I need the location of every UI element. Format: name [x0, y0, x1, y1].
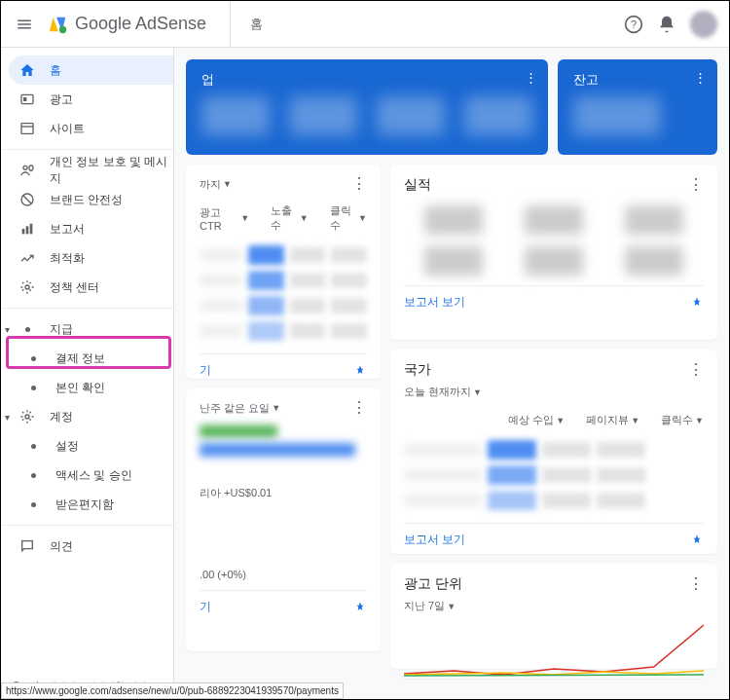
block-icon	[18, 191, 36, 208]
pin-icon[interactable]	[353, 364, 367, 378]
pin-icon[interactable]	[690, 534, 704, 547]
card-filter[interactable]: 난주 같은 요일 ▼	[200, 401, 280, 416]
notification-icon[interactable]	[657, 15, 676, 34]
svg-point-14	[25, 415, 29, 419]
svg-rect-4	[23, 97, 26, 101]
earnings-card: ⋮ 업	[186, 59, 548, 155]
sidebar-item-payment-info[interactable]: 결제 정보	[9, 344, 173, 373]
menu-icon[interactable]	[13, 13, 36, 36]
svg-rect-3	[21, 94, 33, 103]
chevron-down-icon: ▾	[5, 412, 13, 423]
ad-unit-card: 광고 단위 ⋮ 지난 7일 ▼	[390, 564, 717, 669]
main-content: ⋮ 업 ⋮ 잔고 까지 ▼ ⋮ 광고 CT	[174, 48, 729, 699]
card-menu-icon[interactable]: ⋮	[351, 176, 367, 192]
card-filter[interactable]: 까지 ▼	[200, 177, 232, 192]
sidebar-item-ads[interactable]: 광고	[9, 85, 173, 114]
sidebar-item-verify-identity[interactable]: 본인 확인	[9, 373, 173, 402]
card-filter[interactable]: 지난 7일 ▼	[404, 599, 704, 613]
ad-icon	[18, 91, 36, 108]
report-icon	[18, 220, 36, 238]
pin-icon[interactable]	[690, 296, 704, 310]
card-menu-icon[interactable]: ⋮	[351, 400, 367, 416]
sidebar: 홈 광고 사이트 개인 정보 보호 및 메시지 브랜드 안전성 보고서 최적화	[1, 48, 174, 699]
privacy-icon	[18, 162, 36, 179]
site-icon	[18, 120, 36, 137]
column-header[interactable]: 예상 수입 ▼	[508, 413, 565, 427]
view-link[interactable]: 기	[200, 599, 211, 615]
app-logo[interactable]: Google AdSense	[48, 14, 206, 35]
sidebar-item-settings[interactable]: 설정	[9, 431, 173, 461]
svg-rect-12	[30, 224, 33, 235]
card-menu-icon[interactable]: ⋮	[688, 576, 704, 592]
card-menu-icon[interactable]: ⋮	[521, 67, 540, 87]
svg-rect-10	[22, 229, 25, 234]
card-filter[interactable]: 오늘 현재까지 ▼	[404, 385, 704, 399]
user-avatar[interactable]	[690, 11, 717, 38]
view-report-link[interactable]: 보고서 보기	[404, 294, 465, 311]
sidebar-item-policy[interactable]: 정책 센터	[9, 273, 173, 302]
status-bar-url: https://www.google.com/adsense/new/u/0/p…	[1, 682, 344, 699]
svg-rect-11	[26, 226, 29, 234]
home-icon	[18, 61, 36, 79]
balance-card: ⋮ 잔고	[558, 59, 717, 155]
header-tab-home[interactable]: 홈	[250, 16, 263, 33]
chevron-down-icon: ▾	[5, 324, 13, 335]
sidebar-item-payments[interactable]: ▾ 지급	[9, 314, 173, 344]
sidebar-item-sites[interactable]: 사이트	[9, 114, 173, 143]
sidebar-item-brand-safety[interactable]: 브랜드 안전성	[9, 185, 173, 214]
card-menu-icon[interactable]: ⋮	[690, 67, 710, 87]
column-header[interactable]: 클릭수 ▼	[330, 203, 367, 233]
mid-card: 난주 같은 요일 ▼ ⋮ 리아 +US$0.01 .00 (+0%) 기	[186, 388, 381, 651]
performance-table-card: 까지 ▼ ⋮ 광고 CTR ▼ 노출수 ▼ 클릭수 ▼	[186, 165, 381, 379]
view-report-link[interactable]: 기	[200, 362, 211, 379]
sidebar-item-home[interactable]: 홈	[9, 55, 173, 85]
svg-rect-5	[21, 124, 33, 134]
svg-line-9	[23, 196, 31, 203]
sidebar-item-inbox[interactable]: 받은편지함	[9, 490, 173, 519]
sidebar-item-reports[interactable]: 보고서	[9, 214, 173, 243]
sidebar-item-account[interactable]: ▾ 계정	[9, 402, 173, 431]
sidebar-item-feedback[interactable]: 의견	[9, 532, 173, 561]
help-icon[interactable]: ?	[624, 15, 643, 34]
app-name: Google AdSense	[75, 14, 206, 34]
svg-point-7	[23, 166, 27, 169]
svg-point-13	[25, 285, 29, 289]
svg-text:?: ?	[631, 18, 637, 30]
gear-icon	[18, 408, 36, 425]
sidebar-item-optimize[interactable]: 최적화	[9, 243, 173, 273]
column-header[interactable]: 클릭수 ▼	[661, 413, 704, 427]
view-report-link[interactable]: 보고서 보기	[404, 532, 465, 548]
sidebar-item-privacy[interactable]: 개인 정보 보호 및 메시지	[9, 156, 173, 185]
pin-icon[interactable]	[353, 601, 367, 614]
optimize-icon	[18, 249, 36, 267]
feedback-icon	[18, 537, 36, 555]
countries-card: 국가 ⋮ 오늘 현재까지 ▼ 예상 수입 ▼ 페이지뷰 ▼ 클릭수 ▼	[390, 350, 717, 554]
gear-icon	[18, 278, 36, 296]
column-header[interactable]: 광고 CTR ▼	[200, 203, 249, 233]
column-header[interactable]: 노출수 ▼	[271, 203, 308, 233]
card-menu-icon[interactable]: ⋮	[688, 177, 704, 193]
results-card: 실적 ⋮ 보고서 보기	[390, 165, 717, 340]
svg-point-0	[59, 25, 66, 32]
column-header[interactable]: 페이지뷰 ▼	[586, 413, 639, 427]
sidebar-item-access[interactable]: 액세스 및 승인	[9, 461, 173, 490]
card-menu-icon[interactable]: ⋮	[688, 362, 704, 378]
